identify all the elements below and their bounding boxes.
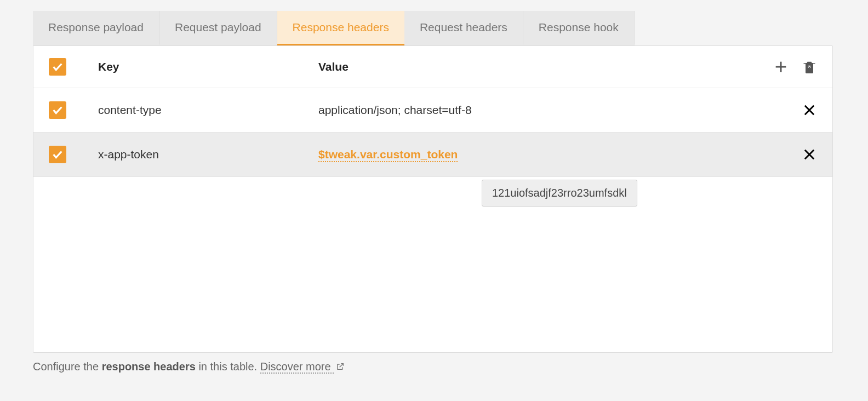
row-value[interactable]: application/json; charset=utf-8 [318, 104, 802, 117]
discover-more-link[interactable]: Discover more [260, 360, 334, 374]
column-header-value: Value [318, 60, 773, 73]
tab-response-hook[interactable]: Response hook [523, 11, 635, 45]
delete-row-button[interactable] [802, 147, 817, 162]
footer-hint: Configure the response headers in this t… [33, 353, 833, 374]
external-link-icon [336, 361, 345, 374]
headers-panel: Key Value content-type application/json;… [33, 45, 833, 353]
tab-response-headers[interactable]: Response headers [277, 11, 404, 45]
table-header: Key Value [33, 46, 832, 88]
tab-request-headers[interactable]: Request headers [404, 11, 523, 45]
row-checkbox[interactable] [49, 146, 66, 163]
row-checkbox[interactable] [49, 101, 66, 119]
empty-space [33, 177, 832, 352]
tab-response-payload[interactable]: Response payload [33, 11, 159, 45]
table-row: content-type application/json; charset=u… [33, 88, 832, 133]
row-key[interactable]: x-app-token [66, 148, 318, 161]
column-header-key: Key [66, 60, 318, 73]
footer-bold: response headers [102, 360, 196, 373]
row-value[interactable]: $tweak.var.custom_token [318, 148, 802, 161]
variable-tooltip: 121uiofsadjf23rro23umfsdkl [482, 180, 637, 207]
select-all-checkbox[interactable] [49, 58, 66, 76]
row-key[interactable]: content-type [66, 104, 318, 117]
add-row-button[interactable] [773, 59, 789, 75]
footer-prefix: Configure the [33, 360, 102, 373]
tab-request-payload[interactable]: Request payload [159, 11, 277, 45]
tabs-bar: Response payload Request payload Respons… [33, 11, 833, 45]
table-row: x-app-token $tweak.var.custom_token 121u… [33, 133, 832, 177]
delete-row-button[interactable] [802, 102, 817, 118]
footer-middle: in this table. [196, 360, 260, 373]
variable-link[interactable]: $tweak.var.custom_token [318, 148, 458, 162]
delete-all-button[interactable] [802, 59, 817, 75]
